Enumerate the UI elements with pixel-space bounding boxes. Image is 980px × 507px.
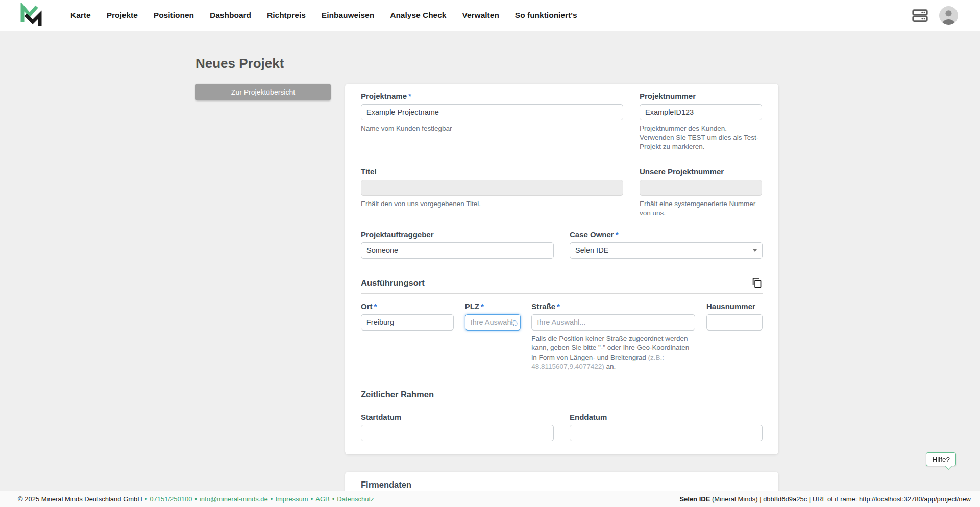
field-hausnummer: Hausnummer xyxy=(706,302,763,371)
copy-icon xyxy=(752,277,763,289)
title-divider xyxy=(195,77,558,77)
required-asterisk: * xyxy=(408,92,411,100)
field-enddatum: Enddatum xyxy=(570,413,763,441)
nav-item-positionen[interactable]: Positionen xyxy=(154,11,194,20)
projektnummer-label: Projektnummer xyxy=(640,92,762,100)
strasse-label: Straße* xyxy=(531,302,695,311)
user-menu-button[interactable] xyxy=(939,6,958,25)
ort-input[interactable] xyxy=(361,314,454,331)
field-projektauftraggeber: Projektauftraggeber xyxy=(361,230,554,259)
nav-item-projekte[interactable]: Projekte xyxy=(107,11,138,20)
unsere-projektnummer-label: Unsere Projektnummer xyxy=(640,167,762,176)
case-owner-label: Case Owner* xyxy=(570,230,763,239)
projektauftraggeber-input[interactable] xyxy=(361,242,554,259)
datenschutz-link[interactable]: Datenschutz xyxy=(337,495,374,503)
impressum-link[interactable]: Impressum xyxy=(275,495,308,503)
case-owner-select[interactable]: Selen IDE xyxy=(570,242,763,259)
nav-item-analyse-check[interactable]: Analyse Check xyxy=(390,11,446,20)
hausnummer-input[interactable] xyxy=(706,314,763,331)
nav-item-richtpreis[interactable]: Richtpreis xyxy=(267,11,306,20)
ausfuehrungsort-divider xyxy=(361,293,763,294)
footer-separator: • xyxy=(145,495,148,503)
page-title: Neues Projekt xyxy=(195,56,778,71)
server-status-button[interactable] xyxy=(912,7,928,24)
mineral-minds-logo[interactable] xyxy=(19,3,43,28)
case-owner-selected-value: Selen IDE xyxy=(575,246,608,255)
left-column: Zur Projektübersicht xyxy=(195,84,331,100)
copy-location-button[interactable] xyxy=(752,277,763,289)
footer-separator: • xyxy=(194,495,197,503)
nav-item-dashboard[interactable]: Dashboard xyxy=(210,11,251,20)
nav-item-so-funktionierts[interactable]: So funktioniert's xyxy=(515,11,577,20)
footer-left: © 2025 Mineral Minds Deutschland GmbH•07… xyxy=(18,495,374,503)
logo-icon xyxy=(19,3,43,26)
unsere-projektnummer-input xyxy=(640,180,762,196)
section-ausfuehrungsort-header: Ausführungsort xyxy=(361,277,763,289)
titel-input xyxy=(361,180,623,196)
copyright-text: © 2025 Mineral Minds Deutschland GmbH xyxy=(18,495,142,503)
field-titel: Titel Erhält den von uns vorgegebenen Ti… xyxy=(361,167,623,218)
footer-separator: • xyxy=(311,495,313,503)
projektname-input[interactable] xyxy=(361,104,623,120)
zeitlicher-rahmen-divider xyxy=(361,404,763,404)
field-ort: Ort* xyxy=(361,302,454,371)
project-form-card: Projektname* Name vom Kunden festlegbar … xyxy=(345,84,778,454)
projektnummer-input[interactable] xyxy=(640,104,762,120)
nav-item-einbauweisen[interactable]: Einbauweisen xyxy=(322,11,374,20)
section-zeitlicher-rahmen-header: Zeitlicher Rahmen xyxy=(361,390,763,399)
field-plz: PLZ* xyxy=(465,302,521,371)
titel-helper: Erhält den von uns vorgegebenen Titel. xyxy=(361,199,623,209)
field-startdatum: Startdatum xyxy=(361,413,554,441)
projektname-helper: Name vom Kunden festlegbar xyxy=(361,124,623,133)
nav-item-verwalten[interactable]: Verwalten xyxy=(462,11,499,20)
strasse-input[interactable] xyxy=(531,314,695,331)
email-link[interactable]: info@mineral-minds.de xyxy=(200,495,268,503)
strasse-helper: Falls die Position keiner Straße zugeord… xyxy=(531,334,695,371)
projektname-label: Projektname* xyxy=(361,92,623,100)
nav-item-karte[interactable]: Karte xyxy=(70,11,91,20)
form-column: Projektname* Name vom Kunden festlegbar … xyxy=(345,84,778,507)
nav-right-actions xyxy=(912,6,958,25)
startdatum-label: Startdatum xyxy=(361,413,554,421)
session-info: Selen IDE (Mineral Minds) | dbb8d6d9a25c… xyxy=(679,495,971,503)
field-unsere-projektnummer: Unsere Projektnummer Erhält eine systemg… xyxy=(640,167,762,218)
plz-label: PLZ* xyxy=(465,302,521,311)
projektnummer-helper: Projektnummer des Kunden. Verwenden Sie … xyxy=(640,124,762,152)
footer-separator: • xyxy=(332,495,335,503)
session-user: Selen IDE xyxy=(679,495,710,503)
chevron-down-icon xyxy=(753,249,757,252)
loading-spinner-icon xyxy=(511,320,518,326)
field-projektname: Projektname* Name vom Kunden festlegbar xyxy=(361,92,623,152)
agb-link[interactable]: AGB xyxy=(315,495,329,503)
field-projektnummer: Projektnummer Projektnummer des Kunden. … xyxy=(640,92,762,152)
required-asterisk: * xyxy=(557,302,560,311)
unsere-projektnummer-helper: Erhält eine systemgenerierte Nummer von … xyxy=(640,199,762,218)
firmendaten-title: Firmendaten xyxy=(361,480,763,490)
zeitlicher-rahmen-title: Zeitlicher Rahmen xyxy=(361,390,763,399)
projektauftraggeber-label: Projektauftraggeber xyxy=(361,230,554,239)
page-footer: © 2025 Mineral Minds Deutschland GmbH•07… xyxy=(0,491,980,507)
session-details: (Mineral Minds) | dbb8d6d9a25c | URL of … xyxy=(710,495,971,503)
required-asterisk: * xyxy=(616,230,619,239)
ausfuehrungsort-title: Ausführungsort xyxy=(361,278,425,288)
back-to-project-overview-button[interactable]: Zur Projektübersicht xyxy=(195,84,331,100)
top-navigation: Karte Projekte Positionen Dashboard Rich… xyxy=(0,0,980,31)
user-avatar-icon xyxy=(939,6,958,25)
help-button[interactable]: Hilfe? xyxy=(926,452,956,466)
startdatum-input[interactable] xyxy=(361,425,554,441)
main-menu: Karte Projekte Positionen Dashboard Rich… xyxy=(70,11,577,20)
server-icon xyxy=(912,7,928,24)
ort-label: Ort* xyxy=(361,302,454,311)
hausnummer-label: Hausnummer xyxy=(706,302,763,311)
titel-label: Titel xyxy=(361,167,623,176)
field-strasse: Straße* Falls die Position keiner Straße… xyxy=(531,302,695,371)
enddatum-label: Enddatum xyxy=(570,413,763,421)
required-asterisk: * xyxy=(481,302,484,311)
main-content: Neues Projekt Zur Projektübersicht Proje… xyxy=(195,31,778,507)
field-case-owner: Case Owner* Selen IDE xyxy=(570,230,763,259)
enddatum-input[interactable] xyxy=(570,425,763,441)
phone-link[interactable]: 07151/250100 xyxy=(150,495,192,503)
required-asterisk: * xyxy=(374,302,377,311)
footer-separator: • xyxy=(271,495,273,503)
